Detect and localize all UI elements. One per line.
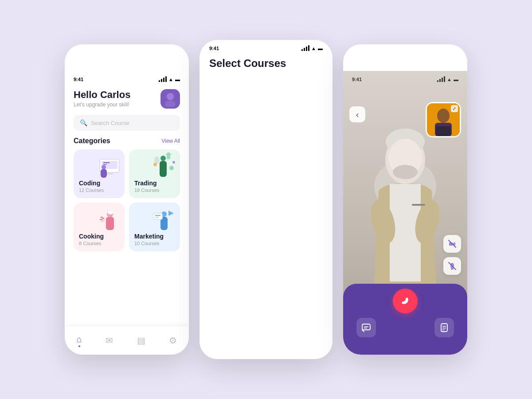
categories-title: Categories bbox=[74, 137, 110, 145]
search-bar[interactable]: 🔍 Search Course bbox=[74, 115, 180, 131]
svg-rect-18 bbox=[108, 211, 113, 214]
back-icon: ‹ bbox=[356, 110, 359, 120]
svg-point-1 bbox=[165, 101, 176, 107]
nav-settings[interactable]: ⚙ bbox=[169, 335, 177, 346]
status-bar-1: 9:41 ▲ ▬ bbox=[65, 71, 189, 85]
bottom-icons bbox=[343, 313, 467, 337]
signal-icon-3 bbox=[437, 76, 445, 82]
nav-home[interactable]: ⌂ bbox=[77, 334, 82, 347]
svg-marker-12 bbox=[165, 152, 172, 159]
svg-marker-24 bbox=[168, 211, 174, 216]
cooking-label: Cooking bbox=[79, 233, 104, 240]
wifi-icon-3: ▲ bbox=[447, 77, 452, 82]
mute-button[interactable] bbox=[443, 257, 461, 275]
page-title: Select Courses bbox=[209, 57, 332, 359]
phone-2: 9:41 ▲ ▬ Select Courses 12 Courses ready… bbox=[200, 40, 332, 359]
svg-rect-7 bbox=[101, 169, 107, 178]
svg-point-57 bbox=[437, 109, 450, 123]
status-icons-1: ▲ ▬ bbox=[159, 76, 180, 82]
view-all-btn[interactable]: View All bbox=[161, 138, 180, 144]
coding-label: Coding bbox=[79, 180, 100, 187]
active-dot bbox=[78, 345, 80, 347]
notes-icon bbox=[439, 323, 449, 332]
side-controls bbox=[443, 235, 461, 275]
call-controls bbox=[343, 284, 467, 355]
category-card-coding[interactable]: Coding 12 Courses bbox=[74, 149, 125, 198]
expand-icon[interactable]: ⤢ bbox=[451, 105, 458, 112]
phone-1: 9:41 ▲ ▬ Hello Carlos Let's upgrade your… bbox=[65, 44, 189, 355]
cooking-illustration bbox=[96, 204, 123, 233]
wifi-icon: ▲ bbox=[168, 77, 173, 82]
nav-folder[interactable]: ▤ bbox=[137, 335, 145, 346]
page-heading: Select Courses 12 Courses ready to be le… bbox=[209, 57, 332, 359]
status-bar-2: 9:41 ▲ ▬ bbox=[200, 40, 332, 54]
phone-3: 9:41 ▲ ▬ ‹ bbox=[343, 44, 467, 355]
folder-icon: ▤ bbox=[137, 335, 145, 346]
mute-icon bbox=[448, 262, 457, 270]
svg-point-10 bbox=[160, 156, 166, 161]
categories-grid: Coding 12 Courses Trading 18 Courses bbox=[65, 149, 189, 251]
search-placeholder: Search Course bbox=[91, 120, 129, 126]
search-icon: 🔍 bbox=[80, 119, 87, 126]
chat-button[interactable] bbox=[356, 318, 376, 337]
svg-point-8 bbox=[102, 165, 106, 169]
marketing-illustration bbox=[152, 204, 178, 233]
category-card-cooking[interactable]: Cooking 8 Courses bbox=[74, 203, 125, 251]
svg-rect-55 bbox=[412, 204, 425, 206]
category-card-marketing[interactable]: Marketing 10 Courses bbox=[129, 203, 180, 251]
svg-rect-6 bbox=[106, 172, 113, 175]
svg-rect-68 bbox=[441, 324, 447, 332]
avatar-icon bbox=[162, 91, 178, 107]
time-3: 9:41 bbox=[352, 77, 362, 82]
svg-rect-16 bbox=[106, 217, 114, 230]
battery-icon: ▬ bbox=[175, 77, 180, 82]
marketing-count: 10 Courses bbox=[134, 241, 159, 246]
battery-icon-3: ▬ bbox=[454, 77, 458, 82]
home-icon: ⌂ bbox=[77, 334, 82, 344]
cooking-count: 8 Courses bbox=[79, 241, 101, 246]
category-card-trading[interactable]: Trading 18 Courses bbox=[129, 149, 180, 198]
svg-rect-9 bbox=[160, 161, 167, 177]
trading-label: Trading bbox=[134, 180, 157, 187]
time-1: 9:41 bbox=[74, 77, 83, 82]
end-call-icon bbox=[399, 295, 411, 307]
greeting-subtitle: Let's upgrade your skill! bbox=[74, 102, 130, 108]
header-section: Hello Carlos Let's upgrade your skill! bbox=[65, 85, 189, 109]
battery-icon-2: ▬ bbox=[318, 46, 323, 51]
greeting-block: Hello Carlos Let's upgrade your skill! bbox=[74, 89, 130, 108]
avatar[interactable] bbox=[160, 89, 180, 109]
coding-illustration bbox=[96, 151, 123, 180]
svg-point-11 bbox=[154, 156, 160, 164]
back-button[interactable]: ‹ bbox=[349, 106, 365, 122]
nav-mail[interactable]: ✉ bbox=[106, 335, 113, 346]
end-call-button[interactable] bbox=[393, 289, 418, 313]
bottom-nav: ⌂ ✉ ▤ ⚙ bbox=[65, 326, 189, 355]
mini-video[interactable]: ⤢ bbox=[426, 102, 461, 137]
trading-illustration bbox=[152, 151, 178, 180]
no-video-icon bbox=[448, 239, 457, 248]
svg-point-14 bbox=[172, 161, 175, 164]
settings-icon: ⚙ bbox=[169, 335, 177, 346]
signal-icon-2 bbox=[301, 45, 309, 51]
svg-point-0 bbox=[167, 93, 174, 100]
categories-header: Categories View All bbox=[65, 137, 189, 145]
time-2: 9:41 bbox=[209, 46, 219, 51]
svg-point-13 bbox=[153, 163, 157, 166]
status-icons-3: ▲ ▬ bbox=[437, 76, 458, 82]
coding-count: 12 Courses bbox=[79, 188, 104, 193]
svg-rect-59 bbox=[436, 126, 451, 136]
svg-rect-25 bbox=[153, 213, 162, 219]
svg-point-51 bbox=[393, 165, 418, 179]
greeting-name: Hello Carlos bbox=[74, 89, 130, 101]
status-icons-2: ▲ ▬ bbox=[301, 45, 323, 51]
notes-button[interactable] bbox=[434, 318, 454, 337]
marketing-label: Marketing bbox=[134, 233, 164, 240]
signal-icon bbox=[159, 76, 167, 82]
status-bar-3: 9:41 ▲ ▬ bbox=[343, 71, 467, 85]
mail-icon: ✉ bbox=[106, 335, 113, 346]
no-video-button[interactable] bbox=[443, 235, 461, 253]
chat-icon bbox=[361, 323, 371, 332]
trading-count: 18 Courses bbox=[134, 188, 159, 193]
svg-point-15 bbox=[169, 166, 174, 170]
wifi-icon-2: ▲ bbox=[311, 46, 316, 51]
